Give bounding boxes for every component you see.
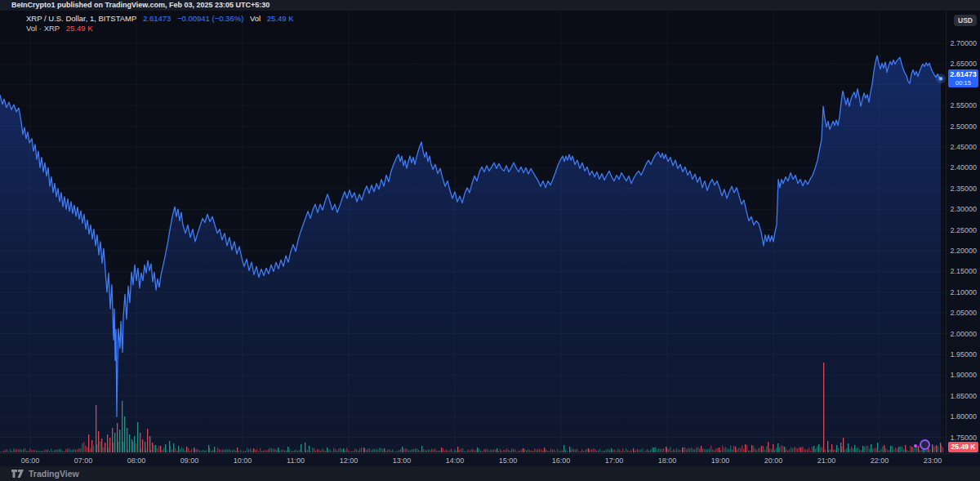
- legend-change: −0.00941 (−0.36%): [177, 14, 243, 23]
- time-axis-label: 17:00: [599, 457, 629, 465]
- price-axis-label: 2.65000: [950, 60, 977, 68]
- price-chart-canvas[interactable]: [0, 11, 946, 453]
- time-axis-label: 10:00: [228, 457, 257, 465]
- time-axis-label: 18:00: [653, 457, 682, 465]
- time-axis-label: 21:00: [812, 457, 841, 465]
- volume-study-title[interactable]: Vol · XRP: [26, 24, 60, 33]
- time-axis-label: 06:00: [16, 457, 45, 465]
- time-axis-label: 13:00: [387, 457, 416, 465]
- price-axis-label: 2.10000: [950, 288, 977, 296]
- time-axis-label: 09:00: [175, 457, 204, 465]
- price-axis[interactable]: USD 2.700002.650002.600002.550002.500002…: [946, 11, 980, 453]
- price-axis-label: 2.25000: [950, 226, 977, 234]
- legend-row-main: XRP / U.S. Dollar, 1, BITSTAMP 2.61473 −…: [26, 14, 298, 24]
- time-axis[interactable]: 06:0007:0008:0009:0010:0011:0012:0013:00…: [0, 453, 980, 466]
- last-price-dot: [939, 77, 943, 81]
- area-fill: [0, 56, 941, 452]
- time-axis-label: 11:00: [281, 457, 310, 465]
- volume-study-value: 25.49 K: [66, 24, 93, 33]
- price-axis-label: 2.55000: [950, 101, 977, 109]
- price-pane[interactable]: XRP / U.S. Dollar, 1, BITSTAMP 2.61473 −…: [0, 11, 946, 453]
- price-axis-label: 1.95000: [950, 350, 977, 359]
- time-axis-label: 22:00: [865, 457, 894, 465]
- last-price-badge-value: 2.61473: [948, 70, 978, 79]
- price-axis-label: 1.90000: [950, 371, 977, 379]
- price-axis-label: 2.20000: [950, 247, 977, 255]
- footer-bar: TradingView: [0, 466, 980, 481]
- price-axis-label: 2.15000: [950, 267, 977, 275]
- purple-circle-sticker-icon: [920, 439, 930, 450]
- time-axis-label: 15:00: [493, 457, 523, 465]
- publish-attribution-bar: BeInCrypto1 published on TradingView.com…: [0, 0, 980, 11]
- legend-vol-label: Vol: [250, 14, 261, 23]
- tradingview-snapshot: { "header": { "published_line": "BeInCry…: [0, 0, 980, 481]
- tradingview-logo-icon[interactable]: [11, 469, 24, 479]
- price-axis-label: 2.50000: [950, 122, 977, 131]
- time-axis-label: 12:00: [334, 457, 363, 465]
- legend-vol-value: 25.49 K: [267, 14, 294, 23]
- legend-row-volume: Vol · XRP 25.49 K: [26, 24, 298, 33]
- price-axis-label: 1.85000: [950, 392, 977, 400]
- bar-countdown: 00:15: [948, 79, 978, 87]
- chart-area: XRP / U.S. Dollar, 1, BITSTAMP 2.61473 −…: [0, 11, 980, 466]
- time-axis-label: 14:00: [440, 457, 470, 465]
- time-axis-label: 16:00: [546, 457, 576, 465]
- time-axis-label: 19:00: [706, 457, 735, 465]
- price-axis-label: 2.00000: [950, 330, 977, 338]
- price-axis-label: 2.40000: [950, 163, 977, 171]
- tradingview-brand-text[interactable]: TradingView: [29, 469, 79, 479]
- volume-value-badge: 25.49 K: [948, 442, 978, 452]
- currency-toggle-button[interactable]: USD: [954, 15, 977, 26]
- time-axis-label: 20:00: [759, 457, 788, 465]
- time-axis-label: 08:00: [122, 457, 151, 465]
- price-axis-label: 1.80000: [950, 412, 977, 421]
- time-axis-label: 23:00: [918, 457, 947, 465]
- symbol-title[interactable]: XRP / U.S. Dollar, 1, BITSTAMP: [26, 14, 136, 23]
- price-axis-label: 2.05000: [950, 309, 977, 317]
- last-price-badge: 2.61473 00:15: [948, 69, 978, 87]
- legend-last-price: 2.61473: [143, 14, 171, 23]
- publish-attribution-text: BeInCrypto1 published on TradingView.com…: [11, 1, 270, 9]
- price-axis-label: 1.75000: [950, 434, 977, 442]
- symbol-legend: XRP / U.S. Dollar, 1, BITSTAMP 2.61473 −…: [26, 14, 298, 33]
- pink-dot-icon: [914, 444, 917, 448]
- time-axis-label: 07:00: [69, 457, 98, 465]
- price-axis-label: 2.30000: [950, 205, 977, 213]
- price-axis-label: 2.35000: [950, 185, 977, 193]
- price-axis-label: 2.70000: [950, 39, 977, 47]
- price-axis-label: 2.45000: [950, 143, 977, 151]
